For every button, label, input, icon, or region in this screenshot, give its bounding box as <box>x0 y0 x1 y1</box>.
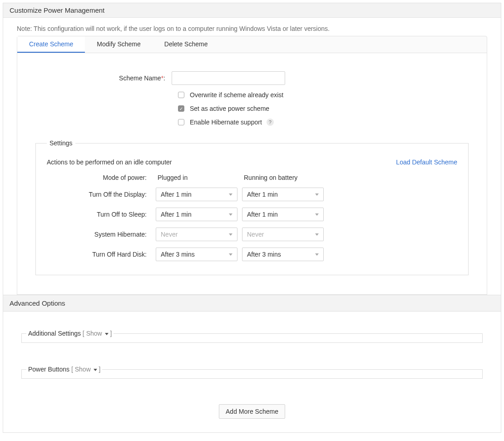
active-scheme-checkbox[interactable]: ✓ <box>178 105 184 112</box>
scheme-tabs: Create Scheme Modify Scheme Delete Schem… <box>17 36 487 53</box>
load-default-link[interactable]: Load Default Scheme <box>396 159 457 166</box>
row-label-sleep: Turn Off to Sleep: <box>47 211 151 218</box>
chevron-down-icon <box>229 253 232 256</box>
chevron-down-icon <box>229 193 232 196</box>
tab-modify-scheme[interactable]: Modify Scheme <box>85 36 152 53</box>
hibernate-plugged-select: Never <box>156 228 237 241</box>
create-scheme-body: Scheme Name*: Overwrite if scheme alread… <box>17 53 487 295</box>
settings-fieldset: Settings Actions to be performed on an i… <box>35 139 469 275</box>
chevron-down-icon <box>315 193 319 196</box>
hibernate-checkbox[interactable] <box>178 119 184 125</box>
scheme-name-label: Scheme Name*: <box>35 74 172 82</box>
chevron-down-icon <box>229 213 232 216</box>
col-running-on-battery: Running on battery <box>242 174 324 181</box>
row-label-harddisk: Turn Off Hard Disk: <box>47 251 151 258</box>
advanced-options-header: Advanced Options <box>3 295 501 312</box>
display-plugged-select[interactable]: After 1 min <box>156 188 237 201</box>
col-plugged-in: Plugged in <box>156 174 237 181</box>
active-scheme-label: Set as active power scheme <box>190 105 269 112</box>
tab-create-scheme[interactable]: Create Scheme <box>17 36 85 53</box>
power-management-panel: Customize Power Management Note: This co… <box>3 3 501 433</box>
chevron-down-icon <box>315 233 319 236</box>
harddisk-battery-select[interactable]: After 3 mins <box>242 248 324 261</box>
overwrite-checkbox[interactable] <box>178 92 184 98</box>
chevron-down-icon <box>229 233 232 236</box>
sleep-plugged-select[interactable]: After 1 min <box>156 208 237 221</box>
help-icon[interactable]: ? <box>267 119 274 126</box>
overwrite-label: Overwrite if scheme already exist <box>190 91 283 99</box>
row-label-hibernate: System Hibernate: <box>47 231 151 238</box>
harddisk-plugged-select[interactable]: After 3 mins <box>156 248 237 261</box>
advanced-options-body: Additional Settings [ Show ] Power Butto… <box>3 312 501 432</box>
chevron-down-icon <box>105 333 109 335</box>
tab-delete-scheme[interactable]: Delete Scheme <box>153 36 220 53</box>
hibernate-label: Enable Hibernate support <box>190 119 262 126</box>
config-note: Note: This configuration will not work, … <box>3 18 501 36</box>
power-buttons-show-toggle[interactable]: [ Show ] <box>71 366 100 373</box>
chevron-down-icon <box>315 213 319 216</box>
sleep-battery-select[interactable]: After 1 min <box>242 208 324 221</box>
chevron-down-icon <box>94 369 97 371</box>
row-label-display: Turn Off the Display: <box>47 191 151 198</box>
scheme-name-input[interactable] <box>172 71 285 85</box>
hibernate-battery-select: Never <box>242 228 324 241</box>
additional-settings-fieldset: Additional Settings [ Show ] <box>21 330 483 343</box>
panel-title: Customize Power Management <box>3 3 501 18</box>
additional-settings-show-toggle[interactable]: [ Show ] <box>83 330 112 337</box>
display-battery-select[interactable]: After 1 min <box>242 188 324 201</box>
settings-legend: Settings <box>47 139 75 147</box>
add-more-scheme-button[interactable]: Add More Scheme <box>219 404 285 419</box>
power-buttons-legend: Power Buttons [ Show ] <box>26 366 102 373</box>
additional-settings-legend: Additional Settings [ Show ] <box>26 330 114 337</box>
power-buttons-fieldset: Power Buttons [ Show ] <box>21 366 483 379</box>
chevron-down-icon <box>315 253 319 256</box>
idle-actions-text: Actions to be performed on an idle compu… <box>47 159 172 166</box>
mode-of-power-label: Mode of power: <box>47 174 151 181</box>
power-settings-grid: Mode of power: Plugged in Running on bat… <box>47 174 457 261</box>
